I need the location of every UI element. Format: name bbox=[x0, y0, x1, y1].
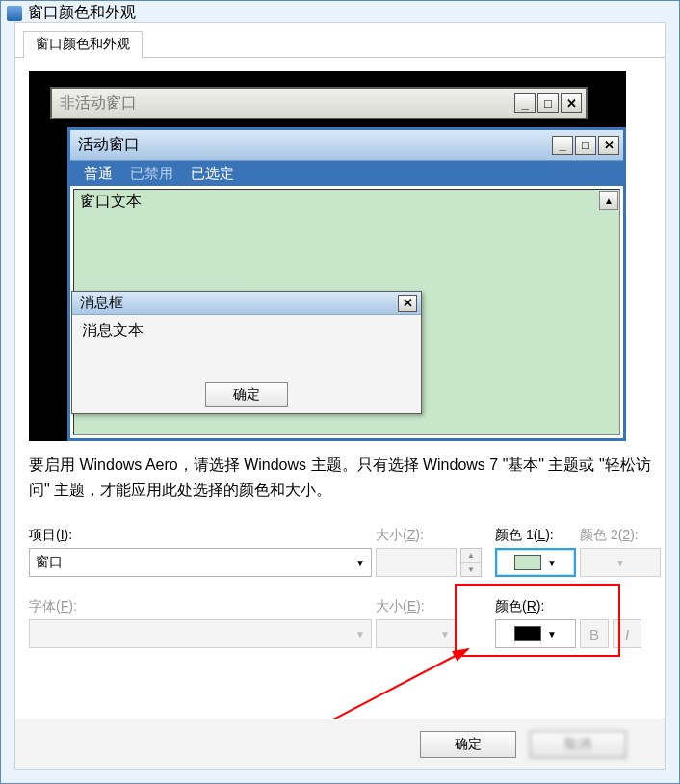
font-combobox: ▼ bbox=[29, 619, 372, 648]
preview-area: 非活动窗口 _ □ ✕ 活动窗口 _ □ ✕ bbox=[29, 71, 626, 441]
menu-selected: 已选定 bbox=[191, 165, 234, 183]
close-icon: ✕ bbox=[598, 136, 619, 155]
spin-up-icon: ▲ bbox=[461, 549, 481, 563]
messagebox-title-text: 消息框 bbox=[80, 294, 123, 312]
messagebox-footer: 确定 bbox=[72, 377, 421, 413]
color1-swatch bbox=[514, 555, 541, 570]
chevron-down-icon: ▼ bbox=[615, 558, 625, 568]
window-title: 窗口颜色和外观 bbox=[28, 3, 136, 23]
chevron-down-icon: ▼ bbox=[355, 558, 365, 568]
chevron-down-icon: ▼ bbox=[440, 629, 450, 640]
tab-strip: 窗口颜色和外观 bbox=[15, 23, 665, 58]
italic-button: I bbox=[613, 619, 641, 648]
minimize-icon: _ bbox=[514, 93, 536, 113]
messagebox-titlebar: 消息框 ✕ bbox=[72, 292, 421, 315]
ok-button[interactable]: 确定 bbox=[420, 731, 516, 758]
app-icon bbox=[7, 6, 22, 21]
description-text: 要启用 Windows Aero，请选择 Windows 主题。只有选择 Win… bbox=[29, 453, 651, 502]
font-size-combobox: ▼ bbox=[376, 619, 457, 648]
spin-down-icon: ▼ bbox=[461, 563, 481, 577]
tab-appearance[interactable]: 窗口颜色和外观 bbox=[23, 31, 143, 59]
active-window-controls: _ □ ✕ bbox=[552, 136, 619, 155]
font-grid: 字体(F): 大小(E): 颜色(R): ▼ ▼ bbox=[29, 598, 651, 648]
outer-window: 窗口颜色和外观 窗口颜色和外观 非活动窗口 _ □ ✕ 活动窗口 bbox=[0, 0, 680, 784]
menu-normal: 普通 bbox=[84, 165, 113, 183]
preview-inactive-window: 非活动窗口 _ □ ✕ bbox=[50, 87, 588, 119]
settings-grid: 项目(I): 大小(Z): 颜色 1(L): 颜色 2(2): bbox=[29, 527, 651, 577]
scroll-up-icon: ▲ bbox=[599, 191, 618, 210]
inactive-window-controls: _ □ ✕ bbox=[514, 93, 582, 113]
chevron-down-icon: ▼ bbox=[355, 629, 365, 640]
minimize-icon: _ bbox=[552, 136, 573, 155]
font-color-picker[interactable]: ▼ bbox=[495, 619, 576, 648]
dialog-footer: 确定 取消 bbox=[15, 719, 665, 769]
font-color-swatch bbox=[514, 626, 541, 641]
color1-label: 颜色 1(L): bbox=[495, 527, 576, 544]
size-input bbox=[376, 548, 457, 577]
cancel-button[interactable]: 取消 bbox=[530, 731, 626, 758]
font-label: 字体(F): bbox=[29, 598, 372, 615]
item-combobox[interactable]: 窗口 ▼ bbox=[29, 548, 372, 577]
messagebox-body: 消息文本 bbox=[72, 315, 421, 377]
maximize-icon: □ bbox=[575, 136, 596, 155]
window-text-sample: 窗口文本 bbox=[80, 192, 142, 212]
font-style-buttons: B I bbox=[580, 619, 661, 648]
bold-button: B bbox=[580, 619, 609, 648]
font-size-label: 大小(E): bbox=[376, 598, 457, 615]
menu-disabled: 已禁用 bbox=[130, 165, 173, 183]
size-spinner: ▲ ▼ bbox=[460, 548, 482, 577]
font-color-label: 颜色(R): bbox=[495, 598, 576, 615]
active-titlebar: 活动窗口 _ □ ✕ bbox=[70, 130, 623, 161]
color2-picker: ▼ bbox=[580, 548, 661, 577]
close-icon: ✕ bbox=[561, 93, 582, 113]
dialog-panel: 窗口颜色和外观 非活动窗口 _ □ ✕ 活动窗口 _ bbox=[14, 22, 666, 770]
close-icon: ✕ bbox=[398, 295, 417, 312]
color2-label: 颜色 2(2): bbox=[580, 527, 661, 544]
messagebox-ok-button: 确定 bbox=[205, 382, 288, 407]
preview-messagebox: 消息框 ✕ 消息文本 确定 bbox=[71, 291, 422, 414]
item-value: 窗口 bbox=[36, 554, 63, 571]
inactive-title-text: 非活动窗口 bbox=[60, 93, 137, 114]
chevron-down-icon: ▼ bbox=[547, 629, 557, 640]
outer-titlebar: 窗口颜色和外观 bbox=[1, 1, 679, 23]
tab-body: 非活动窗口 _ □ ✕ 活动窗口 _ □ ✕ bbox=[15, 58, 665, 648]
active-title-text: 活动窗口 bbox=[78, 135, 140, 155]
chevron-down-icon: ▼ bbox=[547, 558, 557, 568]
maximize-icon: □ bbox=[537, 93, 559, 113]
preview-menubar: 普通 已禁用 已选定 bbox=[70, 161, 623, 186]
size-label: 大小(Z): bbox=[376, 527, 457, 544]
item-label: 项目(I): bbox=[29, 527, 372, 544]
color1-picker[interactable]: ▼ bbox=[495, 548, 576, 577]
